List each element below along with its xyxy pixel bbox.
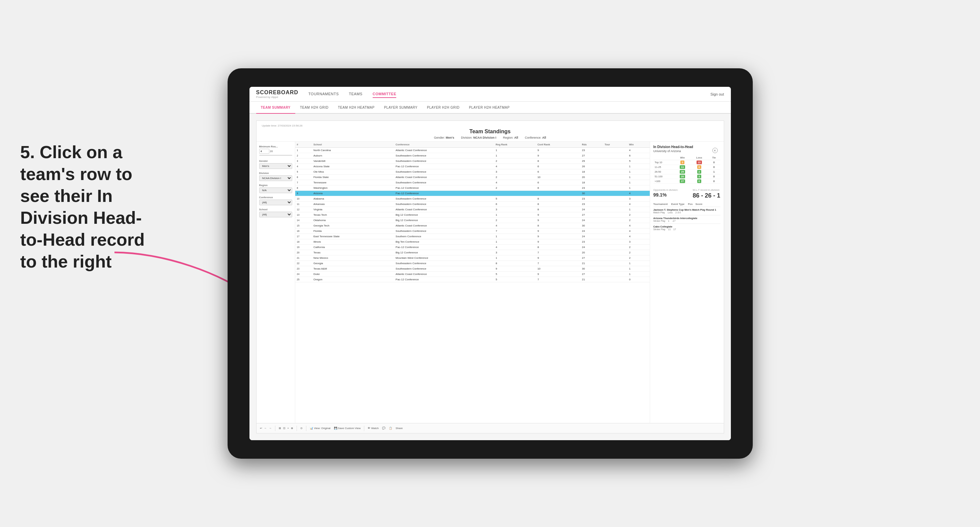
- update-time: Update time: 27/03/2024 15:56:26: [262, 124, 718, 127]
- nav-committee[interactable]: COMMITTEE: [373, 90, 396, 98]
- table-row[interactable]: 21 New Mexico Mountain West Conference 1…: [295, 256, 650, 261]
- cell-school: New Mexico: [312, 256, 394, 261]
- subnav-team-h2h-grid[interactable]: TEAM H2H GRID: [295, 102, 333, 114]
- tournament-section: Tournament Event Type Pos Score Jackson …: [654, 203, 721, 232]
- cell-rank: 16: [295, 229, 312, 234]
- table-row[interactable]: 23 Texas A&M Southeastern Conference 9 1…: [295, 266, 650, 271]
- cell-school: Arizona: [312, 191, 394, 196]
- cell-win: 4: [627, 148, 650, 153]
- gender-filter-group: Gender Men's: [259, 160, 292, 169]
- table-row[interactable]: 24 Duke Atlantic Coast Conference 5 9 27…: [295, 271, 650, 277]
- cell-win: 2: [627, 244, 650, 250]
- table-row[interactable]: 7 Tennessee Southeastern Conference 4 6 …: [295, 180, 650, 186]
- cell-rank: 6: [295, 175, 312, 180]
- cell-conference: Southern Conference: [394, 234, 494, 239]
- cell-conference: Atlantic Coast Conference: [394, 223, 494, 229]
- copy-button[interactable]: 📋: [389, 427, 392, 430]
- range-slider[interactable]: [259, 155, 292, 156]
- table-row[interactable]: 22 Georgia Southeastern Conference 8 7 2…: [295, 261, 650, 266]
- filters-row: Gender: Men's Division: NCAA Division I …: [262, 136, 718, 139]
- table-row[interactable]: 18 Illinois Big Ten Conference 1 9 23 3: [295, 239, 650, 244]
- h2h-close-button[interactable]: ×: [712, 148, 718, 153]
- h2h-header: In Division Head-to-Head University of A…: [654, 145, 721, 156]
- cell-conf-rank: 8: [536, 159, 580, 164]
- min-rounds-input[interactable]: [259, 149, 269, 154]
- table-row[interactable]: 25 Oregon Pac-12 Conference 5 7 21 0: [295, 277, 650, 283]
- cell-reg-rank: 3: [494, 250, 536, 256]
- region-select[interactable]: N/A: [259, 187, 292, 193]
- wlt-group: W-L-T record in-division: 86 - 26 - 1: [692, 187, 720, 200]
- cell-reg-rank: 4: [494, 164, 536, 169]
- table-row[interactable]: 17 East Tennessee State Southern Confere…: [295, 234, 650, 239]
- cell-conference: Southeastern Conference: [394, 261, 494, 266]
- cell-reg-rank: 5: [494, 271, 536, 277]
- toolbar-view-group: ⊞ ⊡ + ⊕: [279, 427, 294, 430]
- nav-teams[interactable]: TEAMS: [349, 90, 362, 98]
- watch-button[interactable]: 👁 Watch: [368, 427, 379, 430]
- table-row[interactable]: 14 Oklahoma Big 12 Conference 2 9 24 2: [295, 218, 650, 223]
- cell-reg-rank: 1: [494, 234, 536, 239]
- sign-out-button[interactable]: Sign out: [710, 92, 724, 96]
- undo-button[interactable]: ↩: [260, 427, 262, 430]
- table-row[interactable]: 10 Alabama Southeastern Conference 5 8 2…: [295, 196, 650, 202]
- gender-select[interactable]: Men's: [259, 163, 292, 169]
- share-button[interactable]: Share: [396, 427, 402, 430]
- subnav-player-summary[interactable]: PLAYER SUMMARY: [379, 102, 422, 114]
- cell-reg-rank: 9: [494, 266, 536, 271]
- table-row[interactable]: 20 Texas Big 12 Conference 3 7 20 2: [295, 250, 650, 256]
- table-row[interactable]: 1 North Carolina Atlantic Coast Conferen…: [295, 148, 650, 153]
- save-custom-button[interactable]: 💾 Save Custom View: [334, 427, 361, 430]
- cell-rank: 7: [295, 180, 312, 186]
- cell-reg-rank: 2: [494, 186, 536, 191]
- school-select[interactable]: (All): [259, 212, 292, 217]
- cell-reg-rank: 7: [494, 229, 536, 234]
- cell-conference: Southeastern Conference: [394, 202, 494, 207]
- cell-win: 4: [627, 223, 650, 229]
- cell-reg-rank: 1: [494, 148, 536, 153]
- nav-tournaments[interactable]: TOURNAMENTS: [309, 90, 339, 98]
- table-row[interactable]: 9 Arizona Pac-12 Conference 30 4: [295, 191, 650, 196]
- h2h-tie: 0: [708, 174, 720, 179]
- chat-button[interactable]: 💬: [382, 427, 385, 430]
- table-row[interactable]: 8 Washington Pac-12 Conference 2 8 23 1: [295, 186, 650, 191]
- cell-conf-rank: 10: [536, 266, 580, 271]
- back-button[interactable]: ←: [264, 427, 267, 430]
- table-row[interactable]: 3 Vanderbilt Southeastern Conference 2 8…: [295, 159, 650, 164]
- table-row[interactable]: 4 Arizona State Pac-12 Conference 4 6 26…: [295, 164, 650, 169]
- cell-rank: 9: [295, 191, 312, 196]
- table-row[interactable]: 13 Texas Tech Big 12 Conference 1 9 27 2: [295, 212, 650, 218]
- table-row[interactable]: 15 Georgia Tech Atlantic Coast Conferenc…: [295, 223, 650, 229]
- wlt-label: W-L-T record in-division:: [692, 189, 720, 192]
- cell-school: Alabama: [312, 196, 394, 202]
- cell-win: 6: [627, 153, 650, 159]
- h2h-label: 51-100: [654, 174, 674, 179]
- division-select[interactable]: NCAA Division I: [259, 175, 292, 181]
- conference-select[interactable]: (All): [259, 200, 292, 205]
- cell-win: 4: [627, 234, 650, 239]
- table-row[interactable]: 16 Florida Southeastern Conference 7 9 2…: [295, 229, 650, 234]
- table-row[interactable]: 19 California Pac-12 Conference 4 8 24 2: [295, 244, 650, 250]
- add-button[interactable]: +: [288, 427, 289, 430]
- forward-button[interactable]: →: [269, 427, 272, 430]
- cell-win: 1: [627, 186, 650, 191]
- subnav-team-summary[interactable]: TEAM SUMMARY: [256, 102, 295, 114]
- h2h-loss: 3: [690, 174, 708, 179]
- grid-button[interactable]: ⊞: [279, 427, 281, 430]
- cell-conference: Southeastern Conference: [394, 159, 494, 164]
- cell-rds: 20: [581, 175, 603, 180]
- table-row[interactable]: 2 Auburn Southeastern Conference 1 9 27 …: [295, 153, 650, 159]
- plus-circle-button[interactable]: ⊕: [291, 427, 293, 430]
- table-row[interactable]: 5 Ole Miss Southeastern Conference 3 6 1…: [295, 169, 650, 175]
- table-row[interactable]: 12 Virginia Atlantic Coast Conference 3 …: [295, 207, 650, 212]
- table-row[interactable]: 11 Arkansas Southeastern Conference 6 8 …: [295, 202, 650, 207]
- cell-conference: Pac-12 Conference: [394, 191, 494, 196]
- view-original-button[interactable]: 📊 View: Original: [310, 427, 330, 430]
- subnav-team-h2h-heatmap[interactable]: TEAM H2H HEATMAP: [333, 102, 379, 114]
- table-row[interactable]: 6 Florida State Atlantic Coast Conferenc…: [295, 175, 650, 180]
- cell-reg-rank: 1: [494, 256, 536, 261]
- subnav-player-h2h-grid[interactable]: PLAYER H2H GRID: [422, 102, 464, 114]
- layout-button[interactable]: ⊡: [283, 427, 285, 430]
- cell-tour: [603, 229, 627, 234]
- subnav-player-h2h-heatmap[interactable]: PLAYER H2H HEATMAP: [464, 102, 514, 114]
- card-header: Update time: 27/03/2024 15:56:26 Team St…: [256, 121, 724, 142]
